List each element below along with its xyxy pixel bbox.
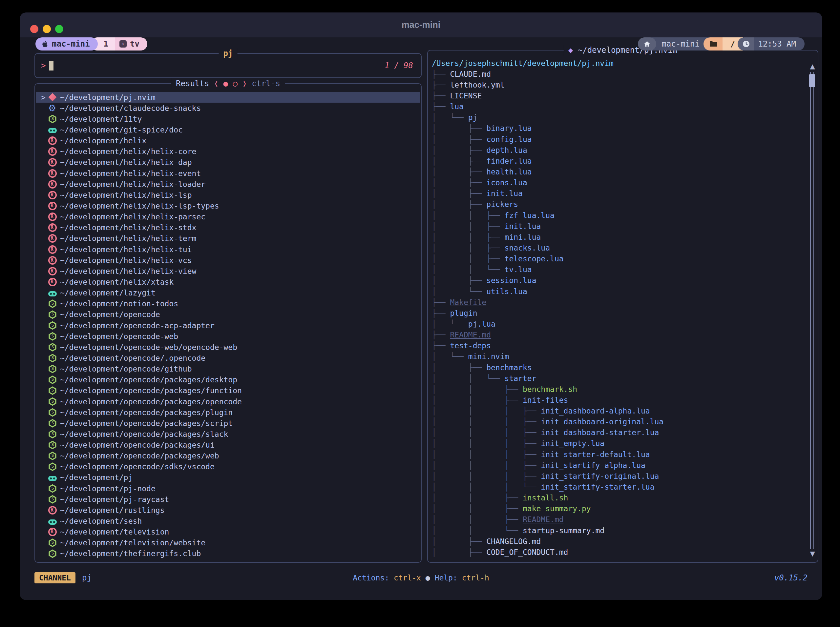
tmux-window-pill[interactable]: 1 › tv: [90, 37, 147, 50]
tree-node-name: init_empty.lua: [541, 439, 605, 447]
tree-node-name: mini.nvim: [468, 352, 509, 361]
result-row[interactable]: ~/development/opencode/packages/plugin: [36, 407, 420, 418]
tree-node-name: Makefile: [450, 298, 486, 307]
result-row[interactable]: ~/development/opencode/packages/slack: [36, 429, 420, 440]
result-row[interactable]: ~/development/opencode: [36, 309, 420, 320]
result-row[interactable]: ~/development/git-spice/doc: [36, 124, 420, 135]
result-row[interactable]: ~/development/television/website: [36, 537, 420, 548]
node-icon: [48, 549, 57, 558]
result-row[interactable]: ~/development/claudecode-snacks: [36, 102, 420, 113]
terminal-icon: ›: [120, 40, 127, 47]
tree-connector: │ │ │ ├──: [432, 406, 541, 415]
result-row[interactable]: ~/development/helix/helix-lsp-types: [36, 200, 420, 211]
result-row[interactable]: ~/development/opencode/.opencode: [36, 353, 420, 363]
tree-node-name: init.lua: [486, 189, 523, 198]
result-row[interactable]: ~/development/pj-raycast: [36, 494, 420, 505]
separator-dot: ●: [426, 573, 430, 582]
result-row[interactable]: ~/development/helix/helix-lsp: [36, 189, 420, 200]
tree-connector: ├──: [432, 298, 450, 307]
result-counter: 1 / 98: [385, 61, 413, 70]
scroll-up-icon[interactable]: ▲: [810, 62, 815, 70]
result-row[interactable]: ~/development/opencode/packages/ui: [36, 440, 420, 451]
results-hint: ctrl-s: [252, 79, 280, 88]
result-row[interactable]: > ~/development/pj.nvim: [36, 92, 420, 102]
result-path: ~/development/pj-raycast: [60, 495, 169, 504]
tmux-status-right: mac-mini / 12:53 AM: [638, 37, 805, 50]
result-row[interactable]: ~/development/television: [36, 527, 420, 537]
vim-icon: [48, 93, 57, 102]
scrollbar-track[interactable]: [810, 72, 814, 549]
result-row[interactable]: ~/development/opencode-acp-adapter: [36, 320, 420, 331]
result-row[interactable]: ~/development/sesh: [36, 515, 420, 526]
result-row[interactable]: ~/development/helix/helix-vcs: [36, 255, 420, 266]
tree-node: │ │ └── starter: [432, 373, 809, 384]
tree-node: ├── LICENSE: [432, 90, 809, 101]
result-path: ~/development/rustlings: [60, 506, 165, 515]
result-row[interactable]: ~/development/helix/helix-tui: [36, 244, 420, 255]
result-row[interactable]: ~/development/helix/helix-term: [36, 233, 420, 244]
rust-icon: [48, 267, 57, 276]
result-row[interactable]: ~/development/opencode/packages/script: [36, 418, 420, 429]
tree-connector: ├──: [432, 70, 450, 78]
diamond-icon: ◆: [568, 46, 573, 55]
result-row[interactable]: ~/development/opencode/packages/desktop: [36, 375, 420, 385]
result-row[interactable]: ~/development/lazygit: [36, 288, 420, 298]
rust-icon: [48, 528, 57, 536]
result-row[interactable]: ~/development/opencode/packages/opencode: [36, 396, 420, 407]
result-row[interactable]: ~/development/helix/helix-event: [36, 168, 420, 179]
result-row[interactable]: ~/development/opencode/sdks/vscode: [36, 462, 420, 472]
result-path: ~/development/opencode: [60, 310, 160, 319]
result-row[interactable]: ~/development/helix/helix-core: [36, 146, 420, 157]
tree-node: │ │ │ ├── init_dashboard-alpha.lua: [432, 406, 809, 416]
tree-node-name: README.md: [523, 515, 564, 524]
bracket-open: ❬: [214, 79, 218, 88]
tree-connector: │ ├──: [432, 135, 486, 143]
result-row[interactable]: ~/development/rustlings: [36, 505, 420, 515]
tmux-session-pill[interactable]: mac-mini: [35, 37, 98, 50]
scrollbar-thumb[interactable]: [809, 74, 815, 87]
tree-connector: │ │ └──: [432, 265, 505, 274]
result-row[interactable]: ~/development/11ty: [36, 113, 420, 124]
folder-icon: [709, 41, 717, 47]
tmux-window-tab[interactable]: › tv: [115, 37, 147, 50]
tree-connector: │ ├──: [432, 146, 486, 154]
result-row[interactable]: ~/development/helix: [36, 135, 420, 146]
result-row[interactable]: ~/development/helix/helix-dap: [36, 157, 420, 168]
result-row[interactable]: ~/development/opencode-web: [36, 331, 420, 342]
result-row[interactable]: ~/development/helix/helix-view: [36, 266, 420, 276]
tree-connector: ├──: [432, 341, 450, 350]
result-row[interactable]: ~/development/helix/helix-loader: [36, 179, 420, 189]
clock-icon: [742, 40, 750, 48]
go-icon: [48, 520, 57, 525]
result-row[interactable]: ~/development/helix/helix-parsec: [36, 211, 420, 222]
result-row[interactable]: ~/development/opencode/packages/web: [36, 451, 420, 462]
tree-connector: │ │ ├──: [432, 385, 523, 394]
tree-node: │ ├── CODE_OF_CONDUCT.md: [432, 547, 809, 558]
result-path: ~/development/helix: [60, 136, 146, 145]
scroll-down-icon[interactable]: ▼: [810, 550, 815, 558]
result-row[interactable]: ~/development/pj: [36, 472, 420, 483]
result-row[interactable]: ~/development/opencode-web/opencode-web: [36, 342, 420, 353]
tree-node-name: init_dashboard-alpha.lua: [541, 406, 650, 415]
bracket-close: ❭: [242, 79, 247, 88]
result-row[interactable]: ~/development/thefinergifs.club: [36, 548, 420, 559]
result-row[interactable]: ~/development/notion-todos: [36, 298, 420, 309]
result-row[interactable]: ~/development/helix/helix-stdx: [36, 222, 420, 233]
search-input[interactable]: > 1 / 98: [36, 54, 420, 77]
tree-node-name: pickers: [486, 200, 518, 209]
tree-connector: │ │ ├──: [432, 211, 505, 220]
result-path: ~/development/opencode/sdks/vscode: [60, 462, 215, 471]
rust-icon: [48, 202, 57, 210]
result-path: ~/development/helix/helix-dap: [60, 158, 192, 167]
tree-connector: │ │ └──: [432, 374, 505, 383]
tmux-clock: 12:53 AM: [754, 37, 805, 50]
result-row[interactable]: ~/development/helix/xtask: [36, 276, 420, 287]
empty-dot-icon: ○: [233, 79, 237, 88]
result-row[interactable]: ~/development/opencode/packages/function: [36, 385, 420, 396]
terminal-window: mac-mini mac-mini 1 › tv: [20, 13, 822, 600]
desktop: mac-mini mac-mini 1 › tv: [0, 0, 840, 627]
rust-icon: [48, 234, 57, 243]
node-icon: [48, 115, 57, 123]
result-row[interactable]: ~/development/opencode/github: [36, 364, 420, 375]
result-row[interactable]: ~/development/pj-node: [36, 483, 420, 494]
